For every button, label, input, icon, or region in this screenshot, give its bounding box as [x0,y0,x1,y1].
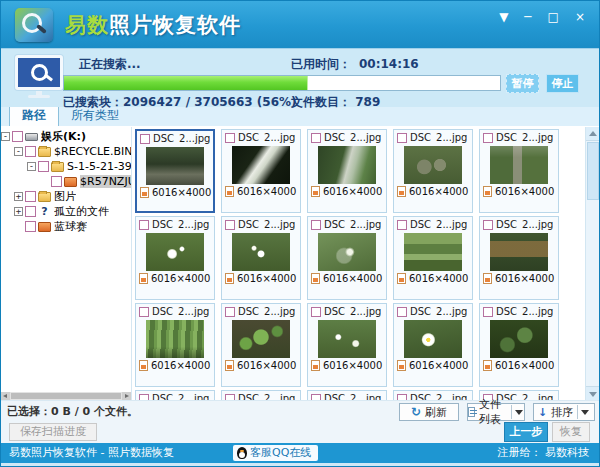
photo-checkbox[interactable] [225,220,235,230]
tree-spacer [40,177,49,186]
chevron-down-icon[interactable] [577,405,590,419]
search-monitor-icon [15,55,63,101]
file-count-value: 789 [355,95,380,109]
tree-checkbox[interactable] [25,146,36,157]
photo-checkbox[interactable] [225,133,235,143]
photo-item[interactable]: DSC_2...jpg 6016×4000 [221,216,301,300]
collapse-icon[interactable]: - [27,162,36,171]
photo-dimensions: 6016×4000 [151,360,210,371]
tree-checkbox[interactable] [38,161,49,172]
maximize-icon[interactable]: □ [548,10,559,24]
back-button[interactable]: 上一步 [504,422,548,442]
photo-filename: DSC_2...jpg [496,132,553,143]
photo-grid: DSC_2...jpg 6016×4000 DSC_2...jpg 6016×4… [135,129,583,400]
file-list-button[interactable]: 文件列表 [467,403,525,421]
file-count: 文件数目： 789 [291,94,380,111]
scroll-right-icon[interactable] [122,392,131,400]
tree-checkbox[interactable] [25,221,36,232]
scroll-left-icon[interactable] [1,392,10,400]
photo-item[interactable]: DSC_2...jpg 6016×4000 [393,216,473,300]
stop-button[interactable]: 停止 [546,74,579,93]
progress-panel: 正在搜索... 已用时间：00:14:16 已搜索块：2096427 / 370… [1,48,599,107]
tree-checkbox[interactable] [25,206,36,217]
tree-item-r57nzju-selected[interactable]: $R57NZJU [1,174,131,189]
image-file-icon [311,360,320,371]
photo-checkbox[interactable] [139,307,149,317]
photo-filename: DSC_2...jpg [238,219,295,230]
photo-filename: DSC_2...jpg [410,306,467,317]
photo-item[interactable]: DSC_2...jpg 6016×4000 [307,129,387,213]
app-title-brand: 易数 [65,13,109,37]
image-file-icon [397,186,406,197]
pause-button[interactable]: 暂停 [506,74,539,93]
image-file-icon [397,273,406,284]
sort-button[interactable]: ↓ 排序 [533,403,595,421]
photo-thumbnail [318,233,376,271]
photo-checkbox[interactable] [140,134,150,144]
close-icon[interactable]: × [575,10,585,24]
photo-checkbox[interactable] [311,220,321,230]
photo-item[interactable]: DSC_2...jpg [135,390,215,400]
qq-support-badge[interactable]: 客服QQ在线 [233,445,318,461]
photo-checkbox[interactable] [397,307,407,317]
photo-checkbox[interactable] [483,307,493,317]
tree-item-recycle-bin[interactable]: - $RECYCLE.BIN [1,144,131,159]
photo-checkbox[interactable] [311,133,321,143]
selection-info: 已选择：0 B / 0 个文件。 [7,404,138,419]
photo-filename: DSC_2...jpg [238,132,295,143]
photo-checkbox[interactable] [397,133,407,143]
tree-item-drive-k[interactable]: - 娱乐(K:) [1,129,131,144]
photo-checkbox[interactable] [311,307,321,317]
photo-item[interactable]: DSC_2...jpg [307,390,387,400]
elapsed-time: 已用时间：00:14:16 [291,56,419,73]
expand-icon[interactable]: + [14,207,23,216]
tab-path[interactable]: 路径 [9,104,59,126]
photo-item[interactable]: DSC_2...jpg 6016×4000 [479,303,559,387]
grid-vertical-scrollbar[interactable] [585,127,599,400]
photo-item[interactable]: DSC_2...jpg 6016×4000 [307,303,387,387]
photo-dimensions: 6016×4000 [495,360,554,371]
photo-checkbox[interactable] [483,133,493,143]
photo-item[interactable]: DSC_2...jpg 6016×4000 [479,216,559,300]
photo-checkbox[interactable] [225,307,235,317]
photo-checkbox[interactable] [483,220,493,230]
save-scan-progress-button[interactable]: 保存扫描进度 [9,423,97,441]
photo-item[interactable]: DSC_2...jpg 6016×4000 [221,129,301,213]
photo-checkbox[interactable] [139,220,149,230]
minimize-icon[interactable]: ─ [524,10,531,24]
photo-item[interactable]: DSC_2...jpg [221,390,301,400]
refresh-button[interactable]: ↻ 刷新 [399,403,459,421]
photo-item[interactable]: DSC_2...jpg [393,390,473,400]
photo-item[interactable]: DSC_2...jpg 6016×4000 [307,216,387,300]
scrollbar-thumb[interactable] [11,393,121,399]
scrollbar-thumb[interactable] [587,142,599,200]
tree-checkbox[interactable] [12,131,23,142]
menu-dropdown-icon[interactable]: ▼ [499,10,508,24]
photo-item-selected[interactable]: DSC_2...jpg 6016×4000 [135,129,215,213]
photo-thumbnail [490,320,548,358]
photo-item[interactable]: DSC_2...jpg 6016×4000 [135,303,215,387]
recover-button[interactable]: 恢复 [552,422,590,442]
scroll-down-icon[interactable] [586,386,599,400]
scroll-up-icon[interactable] [586,127,599,141]
chevron-down-icon[interactable] [511,405,524,419]
photo-checkbox[interactable] [397,220,407,230]
photo-item[interactable]: DSC_2...jpg 6016×4000 [393,129,473,213]
tree-item-orphaned-files[interactable]: + ? 孤立的文件 [1,204,131,219]
tree-item-sid-folder[interactable]: - S-1-5-21-392151C [1,159,131,174]
tree-item-pictures[interactable]: + 图片 [1,189,131,204]
tree-item-basketball[interactable]: 蓝球赛 [1,219,131,234]
image-file-icon [397,360,406,371]
photo-item[interactable]: DSC_2...jpg 6016×4000 [479,129,559,213]
photo-item[interactable]: DSC_2...jpg 6016×4000 [221,303,301,387]
photo-dimensions: 6016×4000 [409,273,468,284]
photo-item[interactable]: DSC_2...jpg 6016×4000 [393,303,473,387]
collapse-icon[interactable]: - [14,147,23,156]
image-file-icon [311,186,320,197]
collapse-icon[interactable]: - [1,132,10,141]
expand-icon[interactable]: + [14,192,23,201]
tree-checkbox[interactable] [25,191,36,202]
tree-checkbox[interactable] [51,176,62,187]
photo-item[interactable]: DSC_2...jpg 6016×4000 [135,216,215,300]
tree-horizontal-scrollbar[interactable] [1,392,131,400]
